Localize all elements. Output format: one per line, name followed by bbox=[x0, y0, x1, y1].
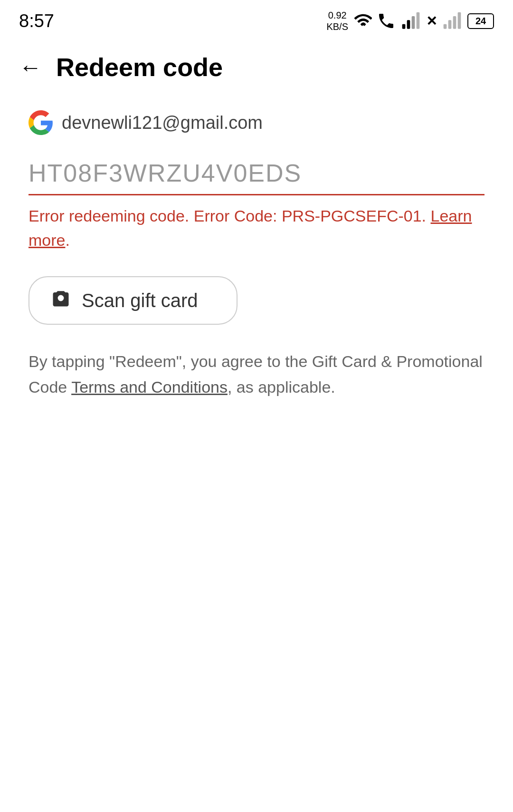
status-icons: 0.92 KB/S ✕ 24 bbox=[326, 10, 494, 32]
data-speed-label: 0.92 KB/S bbox=[326, 10, 348, 32]
signal-icon bbox=[400, 11, 421, 30]
back-button[interactable]: ← bbox=[19, 54, 42, 80]
camera-icon bbox=[50, 288, 71, 313]
scan-gift-card-button[interactable]: Scan gift card bbox=[28, 276, 238, 325]
svg-rect-2 bbox=[412, 16, 415, 29]
svg-rect-0 bbox=[402, 24, 406, 29]
wifi-icon bbox=[353, 11, 372, 30]
svg-rect-6 bbox=[453, 16, 456, 29]
page-title: Redeem code bbox=[56, 52, 223, 82]
terms-suffix: , as applicable. bbox=[228, 378, 335, 396]
terms-link[interactable]: Terms and Conditions bbox=[71, 378, 228, 396]
code-input[interactable] bbox=[28, 154, 484, 194]
battery-indicator: 24 bbox=[467, 13, 494, 29]
code-input-wrapper bbox=[28, 154, 484, 195]
terms-text: By tapping "Redeem", you agree to the Gi… bbox=[28, 348, 484, 400]
x-icon: ✕ bbox=[426, 13, 437, 29]
svg-rect-1 bbox=[407, 20, 410, 29]
battery-level: 24 bbox=[475, 16, 486, 26]
svg-rect-4 bbox=[444, 24, 447, 29]
error-text: Error redeeming code. Error Code: PRS-PG… bbox=[28, 207, 431, 225]
header: ← Redeem code bbox=[0, 38, 513, 91]
status-bar: 8:57 0.92 KB/S ✕ 24 bbox=[0, 0, 513, 38]
svg-rect-5 bbox=[448, 20, 452, 29]
status-time: 8:57 bbox=[19, 11, 54, 31]
svg-rect-3 bbox=[417, 12, 420, 29]
main-content: devnewli121@gmail.com Error redeeming co… bbox=[0, 91, 513, 419]
error-period: . bbox=[65, 231, 69, 249]
signal-2-icon bbox=[442, 11, 463, 30]
phone-icon bbox=[377, 11, 396, 30]
error-message: Error redeeming code. Error Code: PRS-PG… bbox=[28, 204, 484, 252]
account-row: devnewli121@gmail.com bbox=[28, 110, 484, 135]
svg-rect-7 bbox=[458, 12, 461, 29]
scan-button-label: Scan gift card bbox=[82, 290, 198, 311]
account-email: devnewli121@gmail.com bbox=[62, 113, 263, 133]
google-logo-icon bbox=[28, 110, 53, 135]
